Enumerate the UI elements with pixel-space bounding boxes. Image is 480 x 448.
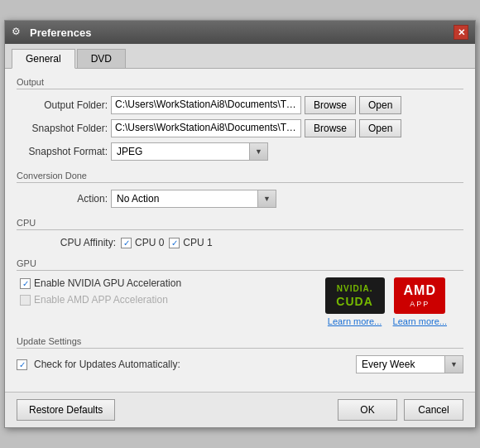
update-row: Check for Updates Automatically: Every W…: [17, 355, 463, 373]
ok-button[interactable]: OK: [338, 399, 397, 421]
snapshot-format-row: Snapshot Format: JPEG ▼: [17, 142, 463, 161]
nvidia-label: Enable NVIDIA GPU Acceleration: [34, 277, 181, 289]
title-bar: ⚙ Preferences ✕: [5, 21, 475, 44]
nvidia-logo: NVIDIA. CUDA: [325, 277, 385, 314]
snapshot-format-arrow[interactable]: ▼: [249, 143, 267, 160]
snapshot-format-value: JPEG: [112, 144, 249, 159]
amd-wrap: Enable AMD APP Acceleration: [20, 294, 181, 306]
cancel-button[interactable]: Cancel: [404, 399, 463, 421]
bottom-bar: Restore Defaults OK Cancel: [5, 392, 475, 427]
action-select[interactable]: No Action ▼: [111, 190, 276, 208]
cpu0-label: CPU 0: [135, 237, 164, 248]
gpu-logos: NVIDIA. CUDA Learn more... AMD APP Learn…: [325, 277, 447, 326]
cpu0-wrap: CPU 0: [121, 237, 164, 248]
output-folder-row: Output Folder: C:\Users\WorkStationAi8\D…: [17, 96, 463, 114]
dialog-body: Output Output Folder: C:\Users\WorkStati…: [5, 69, 475, 392]
preferences-dialog: ⚙ Preferences ✕ General DVD Output Outpu…: [4, 20, 476, 428]
output-folder-input[interactable]: C:\Users\WorkStationAi8\Documents\Tipard…: [111, 96, 301, 114]
update-frequency-select[interactable]: Every Week ▼: [356, 355, 463, 373]
title-bar-left: ⚙ Preferences: [12, 26, 91, 39]
update-settings-section: Update Settings Check for Updates Automa…: [17, 336, 463, 373]
update-frequency-value: Every Week: [357, 357, 444, 372]
amd-logo-text: AMD: [404, 283, 436, 298]
action-value: No Action: [112, 191, 257, 206]
update-check-label: Check for Updates Automatically:: [34, 359, 180, 370]
snapshot-folder-input[interactable]: C:\Users\WorkStationAi8\Documents\Tipard…: [111, 119, 301, 137]
gpu-section: GPU Enable NVIDIA GPU Acceleration Enabl…: [17, 258, 463, 326]
cpu-affinity-label: CPU Affinity:: [41, 237, 116, 248]
close-button[interactable]: ✕: [454, 25, 468, 40]
restore-defaults-button[interactable]: Restore Defaults: [17, 399, 115, 421]
dialog-title: Preferences: [30, 26, 91, 39]
action-arrow[interactable]: ▼: [257, 190, 276, 207]
amd-logo-item: AMD APP Learn more...: [393, 277, 447, 326]
cpu0-checkbox[interactable]: [121, 238, 132, 248]
snapshot-folder-row: Snapshot Folder: C:\Users\WorkStationAi8…: [17, 119, 463, 137]
preferences-icon: ⚙: [12, 26, 25, 39]
snapshot-browse-button[interactable]: Browse: [305, 119, 356, 137]
snapshot-folder-label: Snapshot Folder:: [17, 123, 108, 134]
output-open-button[interactable]: Open: [359, 96, 401, 114]
gpu-section-title: GPU: [17, 258, 463, 271]
cpu1-wrap: CPU 1: [169, 237, 212, 248]
snapshot-format-select[interactable]: JPEG ▼: [111, 142, 268, 161]
gpu-checkboxes: Enable NVIDIA GPU Acceleration Enable AM…: [17, 277, 181, 306]
conversion-done-title: Conversion Done: [17, 171, 463, 183]
amd-learn-more[interactable]: Learn more...: [393, 316, 447, 326]
tab-dvd[interactable]: DVD: [77, 49, 126, 68]
gpu-logos-row: NVIDIA. CUDA Learn more... AMD APP Learn…: [325, 277, 447, 326]
app-text: APP: [410, 300, 430, 308]
update-settings-title: Update Settings: [17, 336, 463, 349]
tab-general[interactable]: General: [12, 49, 75, 69]
cpu1-label: CPU 1: [183, 237, 212, 248]
cpu-section: CPU CPU Affinity: CPU 0 CPU 1: [17, 218, 463, 248]
gpu-section-content: Enable NVIDIA GPU Acceleration Enable AM…: [17, 277, 463, 326]
amd-label: Enable AMD APP Acceleration: [34, 294, 168, 306]
nvidia-learn-more[interactable]: Learn more...: [328, 316, 382, 326]
nvidia-logo-item: NVIDIA. CUDA Learn more...: [325, 277, 385, 326]
action-row: Action: No Action ▼: [17, 190, 463, 208]
update-checkbox[interactable]: [17, 359, 27, 370]
ok-cancel-group: OK Cancel: [338, 399, 463, 421]
conversion-done-section: Conversion Done Action: No Action ▼: [17, 171, 463, 208]
action-label: Action:: [17, 193, 108, 205]
amd-logo: AMD APP: [394, 277, 445, 314]
tabs-bar: General DVD: [5, 44, 475, 69]
update-frequency-arrow[interactable]: ▼: [444, 356, 463, 373]
snapshot-format-label: Snapshot Format:: [17, 146, 108, 157]
output-folder-label: Output Folder:: [17, 99, 108, 111]
nvidia-wrap: Enable NVIDIA GPU Acceleration: [20, 277, 181, 289]
cpu-affinity-row: CPU Affinity: CPU 0 CPU 1: [17, 237, 463, 248]
cuda-text: CUDA: [336, 295, 372, 308]
cpu-section-title: CPU: [17, 218, 463, 230]
output-section-title: Output: [17, 77, 463, 89]
nvidia-logo-top: NVIDIA.: [337, 284, 373, 293]
output-section: Output Output Folder: C:\Users\WorkStati…: [17, 77, 463, 161]
cpu1-checkbox[interactable]: [169, 238, 180, 248]
snapshot-open-button[interactable]: Open: [359, 119, 401, 137]
nvidia-checkbox[interactable]: [20, 278, 31, 289]
output-browse-button[interactable]: Browse: [305, 96, 356, 114]
amd-checkbox[interactable]: [20, 295, 31, 306]
